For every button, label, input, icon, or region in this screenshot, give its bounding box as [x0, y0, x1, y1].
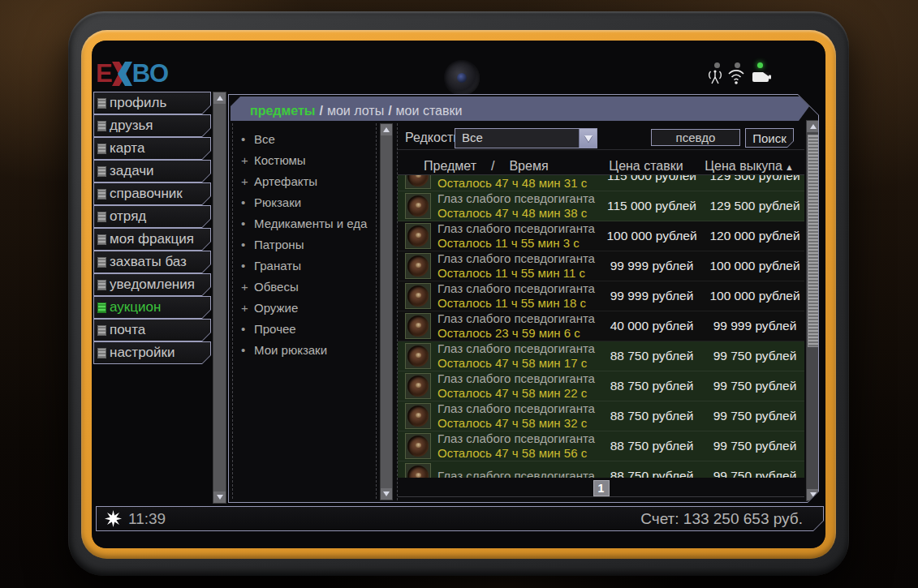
pseudogiant-eye-icon	[407, 406, 429, 427]
notepad-icon	[97, 280, 106, 290]
sidebar-item[interactable]: профиль	[93, 92, 211, 114]
pseudogiant-eye-icon	[407, 255, 429, 277]
auction-lot-row[interactable]: Глаз слабого псевдогиганта Осталось 47 ч…	[398, 401, 804, 431]
lot-time-remaining: Осталось 11 ч 55 мин 11 с	[437, 266, 598, 281]
scroll-up-icon[interactable]	[213, 92, 226, 104]
sidebar-item[interactable]: моя фракция	[93, 228, 211, 251]
auction-lot-row[interactable]: Глаз слабого псевдогиганта Осталось 11 ч…	[398, 221, 804, 251]
filter-row: Редкость Все Поиск	[398, 127, 804, 150]
category-bullet-icon: +	[241, 174, 254, 188]
search-button[interactable]: Поиск	[745, 128, 794, 148]
breadcrumb-tab[interactable]: мои ставки	[396, 104, 463, 118]
col-bid-label[interactable]: Цена ставки	[593, 159, 700, 174]
item-icon	[405, 373, 431, 399]
auction-lot-row[interactable]: Глаз слабого псевдогиганта 88 750 рублей…	[398, 461, 804, 478]
rarity-dropdown[interactable]: Все	[455, 128, 597, 148]
sidebar-scrollbar[interactable]	[213, 92, 226, 504]
sidebar-item[interactable]: аукцион	[93, 296, 211, 319]
lot-bid-price: 115 000 рублей	[598, 175, 705, 183]
screen: E BO профиль	[93, 41, 825, 547]
auction-lot-row[interactable]: Глаз слабого псевдогиганта Осталось 23 ч…	[398, 311, 804, 341]
sidebar-item[interactable]: отряд	[93, 205, 211, 228]
lot-time-remaining: Осталось 23 ч 59 мин 6 с	[437, 326, 598, 341]
sidebar-item[interactable]: захваты баз	[93, 251, 211, 273]
sidebar-item-label: моя фракция	[110, 231, 194, 247]
lot-rows-viewport: Глаз слабого псевдогиганта Осталось 47 ч…	[398, 175, 804, 478]
category-item[interactable]: • Мои рюкзаки	[241, 339, 376, 360]
lot-item-name: Глаз слабого псевдогиганта	[437, 251, 598, 266]
lot-item-name: Глаз слабого псевдогиганта	[437, 469, 598, 478]
auction-lot-row[interactable]: Глаз слабого псевдогиганта Осталось 11 ч…	[398, 281, 804, 311]
sidebar-item-label: уведомления	[110, 277, 195, 293]
category-bullet-icon: +	[241, 280, 254, 294]
sidebar-item[interactable]: справочник	[93, 182, 211, 205]
item-icon	[405, 403, 431, 429]
lot-buyout-price: 100 000 рублей	[705, 289, 804, 303]
category-label: Прочее	[254, 322, 296, 336]
page-number-button[interactable]: 1	[593, 480, 610, 496]
lot-rows: Глаз слабого псевдогиганта Осталось 47 ч…	[398, 175, 804, 478]
lot-time-remaining: Осталось 47 ч 58 мин 32 с	[437, 416, 598, 431]
category-item[interactable]: + Артефакты	[241, 170, 376, 191]
lot-buyout-price: 99 999 рублей	[705, 319, 804, 333]
category-item[interactable]: • Гранаты	[241, 255, 376, 276]
lot-time-remaining: Осталось 47 ч 48 мин 38 с	[437, 206, 598, 221]
sidebar-item[interactable]: настройки	[93, 341, 211, 364]
lot-item-name: Глаз слабого псевдогиганта	[437, 371, 598, 386]
sidebar-item[interactable]: задачи	[93, 160, 211, 182]
scroll-down-icon[interactable]	[807, 489, 820, 500]
tablet-device: E BO профиль	[68, 11, 849, 576]
sidebar-item[interactable]: друзья	[93, 114, 211, 137]
category-scrollbar[interactable]	[380, 123, 393, 500]
auction-lot-row[interactable]: Глаз слабого псевдогиганта Осталось 47 ч…	[398, 341, 804, 371]
tablet-bezel: E BO профиль	[92, 41, 825, 548]
pseudogiant-eye-icon	[407, 195, 429, 217]
category-item[interactable]: + Костюмы	[241, 149, 376, 170]
col-time-label[interactable]: Время	[509, 159, 548, 174]
exbo-logo: E BO	[96, 59, 168, 88]
scroll-up-icon[interactable]	[381, 124, 392, 135]
category-label: Костюмы	[254, 153, 306, 167]
breadcrumb-tab[interactable]: предметы	[250, 104, 316, 118]
auction-panel: предметы / мои лоты / мои став	[228, 94, 819, 503]
front-camera	[444, 60, 480, 96]
auction-lot-row[interactable]: Глаз слабого псевдогиганта Осталось 47 ч…	[398, 371, 804, 401]
auction-lot-row[interactable]: Глаз слабого псевдогиганта Осталось 11 ч…	[398, 251, 804, 281]
auction-lot-row[interactable]: Глаз слабого псевдогиганта Осталось 47 ч…	[398, 175, 804, 191]
category-item[interactable]: + Обвесы	[241, 276, 376, 297]
scroll-down-icon[interactable]	[213, 491, 226, 503]
category-item[interactable]: • Патроны	[241, 234, 376, 255]
seller-name-input[interactable]	[651, 129, 740, 146]
lot-buyout-price: 100 000 рублей	[705, 259, 804, 273]
category-item[interactable]: • Медикаменты и еда	[241, 212, 376, 234]
lot-list-scrollbar[interactable]	[806, 120, 821, 501]
auction-panel-inner: предметы / мои лоты / мои став	[229, 95, 818, 502]
scroll-down-icon[interactable]	[381, 488, 392, 500]
notepad-icon	[97, 348, 106, 358]
lot-time-remaining: Осталось 47 ч 48 мин 31 с	[437, 176, 598, 191]
breadcrumb-tab[interactable]: мои лоты	[327, 104, 384, 118]
category-item[interactable]: • Все	[241, 128, 376, 149]
sidebar-item[interactable]: карта	[93, 137, 211, 160]
scroll-up-icon[interactable]	[807, 121, 820, 132]
lot-item-name: Глаз слабого псевдогиганта	[437, 401, 598, 416]
sidebar-item-label: захваты баз	[110, 254, 187, 270]
pseudogiant-eye-icon	[407, 376, 429, 397]
category-item[interactable]: • Прочее	[241, 318, 376, 339]
sidebar-item[interactable]: почта	[93, 319, 211, 341]
sidebar-item-label: друзья	[110, 118, 153, 134]
auction-lot-row[interactable]: Глаз слабого псевдогиганта Осталось 47 ч…	[398, 431, 804, 461]
category-item[interactable]: + Оружие	[241, 297, 376, 318]
search-button-label: Поиск	[745, 128, 794, 148]
notepad-icon	[97, 234, 106, 245]
dropdown-arrow-icon[interactable]	[579, 129, 597, 148]
category-bullet-icon: +	[241, 153, 254, 167]
scrollbar-thumb[interactable]	[808, 135, 819, 347]
lot-item-name: Глаз слабого псевдогиганта	[437, 221, 598, 236]
sidebar-item[interactable]: уведомления	[93, 273, 211, 296]
col-item-label[interactable]: Предмет	[424, 159, 476, 174]
auction-lot-row[interactable]: Глаз слабого псевдогиганта Осталось 47 ч…	[398, 191, 804, 221]
category-item[interactable]: • Рюкзаки	[241, 191, 376, 212]
col-buyout-label[interactable]: Цена выкупа▲	[700, 159, 799, 174]
notepad-icon	[97, 144, 106, 154]
